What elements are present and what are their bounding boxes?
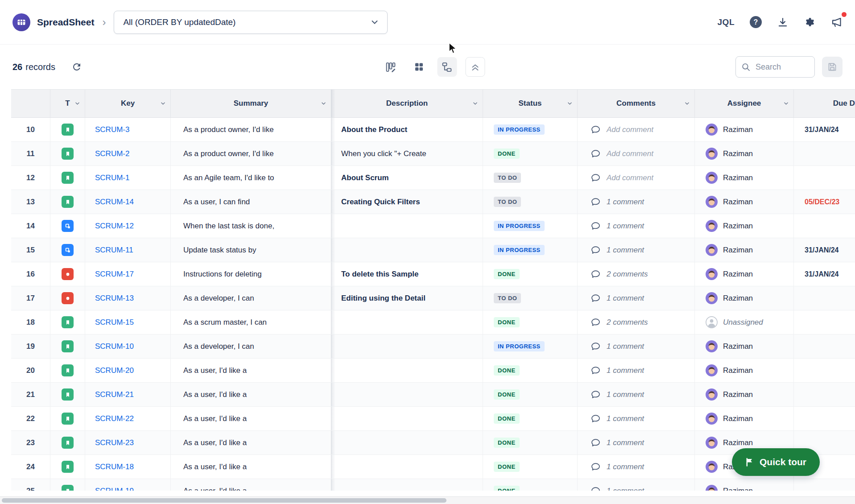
row-number[interactable]: 22 <box>11 407 50 430</box>
due-date-cell[interactable] <box>794 214 855 238</box>
issue-type-cell[interactable] <box>50 214 85 238</box>
assignee-cell[interactable]: Raziman <box>695 142 794 165</box>
column-header-comments[interactable]: Comments <box>578 90 695 117</box>
comments-cell[interactable]: 1 comment <box>578 431 695 454</box>
row-number[interactable]: 24 <box>11 455 50 479</box>
issue-type-cell[interactable] <box>50 479 85 491</box>
table-row[interactable]: 17 SCRUM-13 As a developer, I can Editin… <box>11 286 855 310</box>
row-number[interactable]: 19 <box>11 335 50 358</box>
table-row[interactable]: 24 SCRUM-18 As a user, I'd like a DONE <box>11 455 855 479</box>
issue-key-link[interactable]: SCRUM-3 <box>95 125 129 134</box>
table-row[interactable]: 11 SCRUM-2 As a product owner, I'd like … <box>11 142 855 166</box>
table-row[interactable]: 22 SCRUM-22 As a user, I'd like a DONE <box>11 407 855 431</box>
quick-tour-button[interactable]: Quick tour <box>732 448 820 476</box>
row-number[interactable]: 12 <box>11 166 50 190</box>
column-header-due-date[interactable]: Due Date <box>794 90 855 117</box>
issue-key-link[interactable]: SCRUM-19 <box>95 487 134 491</box>
horizontal-scrollbar[interactable] <box>0 496 855 504</box>
issue-type-cell[interactable] <box>50 335 85 358</box>
announcements-megaphone-icon[interactable] <box>830 16 843 28</box>
issue-key-link[interactable]: SCRUM-21 <box>95 390 134 399</box>
comments-cell[interactable]: 1 comment <box>578 214 695 238</box>
scrollbar-thumb[interactable] <box>2 498 446 503</box>
comments-cell[interactable]: 1 comment <box>578 359 695 382</box>
issue-type-cell[interactable] <box>50 310 85 334</box>
collapse-all-icon[interactable] <box>465 57 485 77</box>
hierarchy-view-icon[interactable] <box>437 57 457 77</box>
assignee-cell[interactable]: Raziman <box>695 190 794 214</box>
status-cell[interactable]: IN PROGRESS <box>483 335 578 358</box>
description-cell[interactable] <box>331 383 483 406</box>
table-row[interactable]: 13 SCRUM-14 As a user, I can find Creati… <box>11 190 855 214</box>
issue-key-link[interactable]: SCRUM-22 <box>95 414 134 423</box>
assignee-cell[interactable]: Raziman <box>695 335 794 358</box>
assignee-cell[interactable]: Raziman <box>695 407 794 430</box>
summary-cell[interactable]: As a user, I'd like a <box>171 455 331 479</box>
assignee-cell[interactable]: Raziman <box>695 238 794 262</box>
issue-key-link[interactable]: SCRUM-17 <box>95 270 134 279</box>
description-cell[interactable] <box>331 359 483 382</box>
row-number[interactable]: 10 <box>11 118 50 141</box>
status-cell[interactable]: DONE <box>483 142 578 165</box>
due-date-cell[interactable]: 31/JAN/24 <box>794 262 855 286</box>
table-row[interactable]: 19 SCRUM-10 As a developer, I can IN PRO… <box>11 335 855 359</box>
comments-cell[interactable]: 1 comment <box>578 383 695 406</box>
assignee-cell[interactable]: Raziman <box>695 166 794 190</box>
description-cell[interactable]: About Scrum <box>331 166 483 190</box>
due-date-cell[interactable] <box>794 407 855 430</box>
due-date-cell[interactable] <box>794 383 855 406</box>
summary-cell[interactable]: As a user, I'd like a <box>171 479 331 491</box>
row-number[interactable]: 23 <box>11 431 50 454</box>
description-cell[interactable]: Creating Quick Filters <box>331 190 483 214</box>
description-cell[interactable] <box>331 214 483 238</box>
summary-cell[interactable]: When the last task is done, <box>171 214 331 238</box>
due-date-cell[interactable] <box>794 142 855 165</box>
status-cell[interactable]: DONE <box>483 383 578 406</box>
issue-type-cell[interactable] <box>50 142 85 165</box>
view-filter-dropdown[interactable]: All (ORDER BY updatedDate) <box>114 11 388 34</box>
comments-cell[interactable]: Add comment <box>578 118 695 141</box>
issue-type-cell[interactable] <box>50 431 85 454</box>
issue-type-cell[interactable] <box>50 238 85 262</box>
table-row[interactable]: 21 SCRUM-21 As a user, I'd like a DONE <box>11 383 855 407</box>
due-date-cell[interactable] <box>794 479 855 491</box>
assignee-cell[interactable]: Raziman <box>695 118 794 141</box>
status-cell[interactable]: IN PROGRESS <box>483 238 578 262</box>
summary-cell[interactable]: As a user, I'd like a <box>171 383 331 406</box>
table-row[interactable]: 10 SCRUM-3 As a product owner, I'd like … <box>11 118 855 142</box>
issue-key-link[interactable]: SCRUM-2 <box>95 149 129 158</box>
issue-type-cell[interactable] <box>50 262 85 286</box>
table-row[interactable]: 15 SCRUM-11 Update task status by IN PRO… <box>11 238 855 262</box>
comments-cell[interactable]: 1 comment <box>578 286 695 310</box>
comments-cell[interactable]: 2 comments <box>578 310 695 334</box>
issue-type-cell[interactable] <box>50 118 85 141</box>
due-date-cell[interactable]: 05/DEC/23 <box>794 190 855 214</box>
comments-cell[interactable]: 1 comment <box>578 479 695 491</box>
summary-cell[interactable]: Update task status by <box>171 238 331 262</box>
description-cell[interactable] <box>331 407 483 430</box>
description-cell[interactable] <box>331 238 483 262</box>
description-cell[interactable] <box>331 335 483 358</box>
summary-cell[interactable]: As a user, I'd like a <box>171 359 331 382</box>
status-cell[interactable]: TO DO <box>483 190 578 214</box>
issue-type-cell[interactable] <box>50 407 85 430</box>
assignee-cell[interactable]: Raziman <box>695 286 794 310</box>
description-cell[interactable] <box>331 455 483 479</box>
column-header-description[interactable]: Description <box>331 90 483 117</box>
download-icon[interactable] <box>777 17 789 28</box>
edit-columns-icon[interactable] <box>381 57 401 77</box>
issue-key-link[interactable]: SCRUM-12 <box>95 222 134 231</box>
status-cell[interactable]: DONE <box>483 479 578 491</box>
assignee-cell[interactable]: Raziman <box>695 262 794 286</box>
issue-type-cell[interactable] <box>50 383 85 406</box>
comments-cell[interactable]: 2 comments <box>578 262 695 286</box>
description-cell[interactable] <box>331 479 483 491</box>
issue-type-cell[interactable] <box>50 455 85 479</box>
summary-cell[interactable]: As a product owner, I'd like <box>171 118 331 141</box>
comments-cell[interactable]: 1 comment <box>578 238 695 262</box>
status-cell[interactable]: DONE <box>483 455 578 479</box>
due-date-cell[interactable]: 31/JAN/24 <box>794 118 855 141</box>
due-date-cell[interactable] <box>794 359 855 382</box>
summary-cell[interactable]: As a user, I'd like a <box>171 431 331 454</box>
due-date-cell[interactable] <box>794 286 855 310</box>
